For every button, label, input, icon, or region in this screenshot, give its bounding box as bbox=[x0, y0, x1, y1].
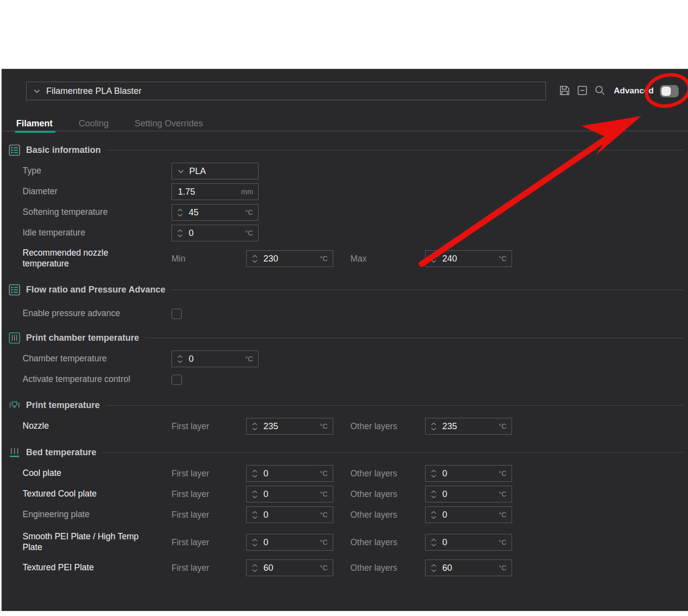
textured-pei-plate-other-layers-input[interactable]: 60 °C bbox=[425, 559, 512, 576]
softening-temperature-label: Softening temperature bbox=[23, 207, 143, 218]
first-layer-label: First layer bbox=[172, 469, 246, 479]
section-title: Flow ratio and Pressure Advance bbox=[26, 285, 165, 295]
diameter-label: Diameter bbox=[23, 186, 143, 197]
engineering-plate-other-layers-input[interactable]: 0 °C bbox=[425, 506, 512, 523]
spinner-arrows[interactable] bbox=[249, 422, 260, 431]
smooth-pei-plate-other-layers-input[interactable]: 0 °C bbox=[425, 534, 512, 551]
spinner-arrows[interactable] bbox=[249, 490, 260, 499]
section-print-chamber: Print chamber temperature bbox=[2, 327, 688, 349]
tab-filament[interactable]: Filament bbox=[16, 117, 53, 131]
field-row-chamber-temp: Chamber temperature 0 °C bbox=[2, 349, 688, 369]
field-row-pressure-advance: Enable pressure advance bbox=[2, 303, 688, 324]
diameter-input[interactable]: 1.75 mm bbox=[172, 183, 258, 200]
spinner-arrows[interactable] bbox=[249, 538, 260, 547]
nozzle-first-layer-input[interactable]: 235 °C bbox=[246, 418, 333, 435]
chamber-temperature-input[interactable]: 0 °C bbox=[172, 351, 258, 367]
section-title: Print chamber temperature bbox=[26, 333, 139, 343]
recommended-nozzle-label: Recommended nozzle temperature bbox=[23, 248, 143, 269]
other-layers-label: Other layers bbox=[350, 537, 425, 548]
spinner-arrows[interactable] bbox=[249, 469, 260, 478]
filament-tab-content: Basic information Type PLA Diameter 1.75… bbox=[2, 131, 688, 578]
textured-pei-plate-first-layer-input[interactable]: 60 °C bbox=[246, 559, 333, 576]
spinner-arrows[interactable] bbox=[428, 511, 439, 519]
field-row-idle: Idle temperature 0 °C bbox=[2, 223, 688, 243]
nozzle-other-layers-input[interactable]: 235 °C bbox=[425, 418, 512, 435]
toggle-knob bbox=[661, 87, 671, 96]
chevron-down-icon bbox=[177, 167, 185, 175]
textured-pei-plate-label: Textured PEI Plate bbox=[23, 562, 143, 573]
softening-temperature-input[interactable]: 45 °C bbox=[172, 204, 258, 221]
list-icon bbox=[9, 145, 20, 156]
field-row-textured-pei-plate: Textured PEI Plate First layer 60 °C Oth… bbox=[2, 557, 688, 578]
chevron-down-icon bbox=[32, 87, 41, 95]
other-layers-label: Other layers bbox=[350, 510, 425, 520]
section-bed-temperature: Bed temperature bbox=[2, 441, 688, 463]
max-label: Max bbox=[350, 254, 425, 264]
field-row-recommended-nozzle: Recommended nozzle temperature Min 230 °… bbox=[2, 243, 688, 274]
advanced-toggle[interactable] bbox=[660, 85, 679, 97]
settings-panel: Filamentree PLA Blaster Advanced Filamen… bbox=[1, 69, 688, 611]
smooth-pei-plate-first-layer-input[interactable]: 0 °C bbox=[246, 534, 333, 551]
other-layers-label: Other layers bbox=[350, 563, 425, 573]
idle-temperature-input[interactable]: 0 °C bbox=[172, 225, 258, 241]
section-divider bbox=[107, 150, 684, 150]
advanced-label: Advanced bbox=[614, 86, 654, 96]
first-layer-label: First layer bbox=[172, 489, 246, 499]
section-divider bbox=[106, 405, 684, 406]
section-divider bbox=[102, 452, 684, 453]
cool-plate-other-layers-input[interactable]: 0 °C bbox=[425, 465, 512, 482]
activate-temperature-control-checkbox[interactable] bbox=[172, 375, 182, 385]
search-icon[interactable] bbox=[594, 85, 606, 96]
list-icon bbox=[9, 284, 20, 295]
nozzle-label: Nozzle bbox=[23, 421, 143, 432]
section-title: Bed temperature bbox=[26, 447, 96, 458]
first-layer-label: First layer bbox=[172, 510, 246, 520]
section-divider bbox=[145, 338, 684, 338]
textured-cool-plate-other-layers-input[interactable]: 0 °C bbox=[425, 486, 512, 502]
spinner-arrows[interactable] bbox=[249, 564, 260, 572]
remove-preset-icon[interactable] bbox=[576, 85, 588, 96]
chamber-heat-icon bbox=[9, 332, 20, 344]
tab-bar: Filament Cooling Setting Overrides bbox=[2, 117, 688, 131]
cool-plate-first-layer-input[interactable]: 0 °C bbox=[246, 465, 333, 482]
cool-plate-label: Cool plate bbox=[23, 468, 143, 479]
spinner-arrows[interactable] bbox=[428, 255, 439, 263]
first-layer-label: First layer bbox=[172, 563, 246, 573]
type-select[interactable]: PLA bbox=[172, 163, 258, 179]
tab-setting-overrides[interactable]: Setting Overrides bbox=[135, 117, 203, 131]
smooth-pei-plate-label: Smooth PEI Plate / High Temp Plate bbox=[23, 531, 143, 553]
spinner-arrows[interactable] bbox=[428, 564, 439, 572]
textured-cool-plate-first-layer-input[interactable]: 0 °C bbox=[246, 486, 333, 502]
section-divider bbox=[171, 290, 684, 290]
field-row-diameter: Diameter 1.75 mm bbox=[2, 181, 688, 202]
chamber-temperature-label: Chamber temperature bbox=[23, 353, 143, 364]
spinner-arrows[interactable] bbox=[428, 538, 439, 547]
spinner-arrows[interactable] bbox=[428, 422, 439, 431]
pressure-advance-checkbox[interactable] bbox=[172, 309, 182, 319]
field-row-engineering-plate: Engineering plate First layer 0 °C Other… bbox=[2, 504, 688, 525]
nozzle-max-input[interactable]: 240 °C bbox=[425, 250, 512, 267]
textured-cool-plate-label: Textured Cool plate bbox=[23, 489, 143, 499]
other-layers-label: Other layers bbox=[350, 421, 425, 432]
filament-settings-window: { "window": { "preset_name": "Filamentre… bbox=[0, 0, 688, 616]
section-title: Basic information bbox=[26, 145, 101, 155]
spinner-arrows[interactable] bbox=[428, 469, 439, 478]
heated-bed-icon bbox=[9, 447, 20, 458]
engineering-plate-label: Engineering plate bbox=[23, 509, 143, 520]
section-print-temperature: Print temperature bbox=[2, 394, 688, 416]
spinner-arrows[interactable] bbox=[174, 355, 185, 363]
field-row-cool-plate: Cool plate First layer 0 °C Other layers… bbox=[2, 463, 688, 484]
type-label: Type bbox=[23, 166, 143, 176]
tab-cooling[interactable]: Cooling bbox=[79, 117, 109, 131]
nozzle-min-input[interactable]: 230 °C bbox=[246, 250, 333, 267]
engineering-plate-first-layer-input[interactable]: 0 °C bbox=[246, 506, 333, 523]
section-flow-ratio: Flow ratio and Pressure Advance bbox=[2, 279, 688, 300]
spinner-arrows[interactable] bbox=[174, 208, 185, 217]
save-icon[interactable] bbox=[559, 85, 571, 96]
spinner-arrows[interactable] bbox=[249, 511, 260, 519]
spinner-arrows[interactable] bbox=[428, 490, 439, 499]
spinner-arrows[interactable] bbox=[174, 229, 185, 237]
first-layer-label: First layer bbox=[172, 421, 246, 432]
spinner-arrows[interactable] bbox=[249, 255, 260, 263]
preset-dropdown[interactable]: Filamentree PLA Blaster bbox=[26, 82, 546, 100]
